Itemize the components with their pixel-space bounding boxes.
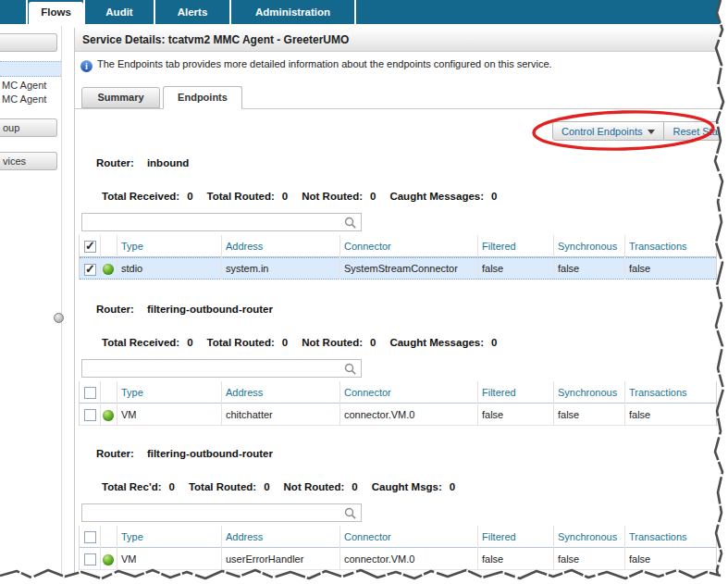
row-checkbox[interactable] (84, 409, 96, 421)
stat-value: 0 (264, 481, 269, 492)
stat-label: Total Routed: (207, 337, 275, 348)
sidebar-group-header[interactable] (0, 33, 57, 52)
sidebar-item-mmc-agent-1[interactable]: MC Agent (2, 80, 46, 91)
top-navbar: Flows Audit Alerts Administration (0, 0, 722, 24)
column-header-type[interactable]: Type (117, 526, 222, 548)
endpoint-search-box (81, 213, 362, 231)
column-header-transactions[interactable]: Transactions (625, 381, 716, 404)
sidebar-item-mmc-agent-2[interactable]: MC Agent (2, 93, 46, 105)
tab-endpoints[interactable]: Endpoints (163, 86, 242, 109)
endpoint-search-input[interactable] (82, 504, 349, 521)
column-header-address[interactable]: Address (222, 526, 340, 548)
tab-summary[interactable]: Summary (81, 87, 160, 108)
nav-tab-administration[interactable]: Administration (231, 0, 354, 24)
table-header-row: TypeAddressConnectorFilteredSynchronousT… (80, 381, 716, 404)
cell-type: VM (117, 404, 222, 426)
router-stats: Total Received:0Total Routed:0Not Routed… (102, 191, 511, 202)
column-header-connector[interactable]: Connector (340, 235, 478, 257)
stat-label: Caught Messages: (389, 191, 484, 202)
router-section: Router:filtering-outbound-router Total R… (74, 296, 722, 426)
status-column-header (101, 381, 117, 404)
table-header-row: TypeAddressConnectorFilteredSynchronousT… (80, 235, 716, 257)
router-stats: Total Received:0Total Routed:0Not Routed… (102, 337, 511, 348)
column-header-type[interactable]: Type (117, 381, 222, 404)
search-icon (344, 217, 357, 230)
nav-tab-flows[interactable]: Flows (29, 2, 83, 24)
cell-filtered: false (478, 257, 554, 280)
endpoint-search-input[interactable] (82, 214, 349, 230)
nav-separator (154, 0, 155, 24)
nav-separator (354, 0, 356, 24)
router-section: Router:inbound Total Received:0Total Rou… (74, 150, 722, 280)
cell-address: chitchatter (222, 404, 340, 426)
column-header-type[interactable]: Type (117, 235, 222, 257)
nav-separator (83, 0, 85, 24)
stat-value: 0 (352, 481, 357, 492)
reset-stats-button[interactable]: Reset Stats (664, 121, 728, 141)
stat-label: Total Received: (102, 337, 179, 348)
info-icon (80, 60, 93, 72)
router-section: Router:filtering-outbound-router Total R… (74, 441, 722, 570)
stat-label: Total Received: (102, 191, 179, 202)
select-all-checkbox[interactable] (84, 387, 96, 399)
status-ok-icon (103, 554, 114, 565)
column-header-synchronous[interactable]: Synchronous (554, 526, 625, 548)
endpoint-search-box (81, 503, 362, 522)
chevron-down-icon (648, 130, 655, 134)
sidebar-group-header-services[interactable]: vices (0, 152, 57, 170)
select-all-cell (80, 235, 101, 257)
column-header-connector[interactable]: Connector (340, 381, 478, 404)
sidebar-item-selected[interactable] (0, 61, 61, 77)
select-all-checkbox[interactable] (84, 531, 96, 543)
stat-value: 0 (282, 191, 288, 202)
column-header-filtered[interactable]: Filtered (478, 526, 554, 548)
info-text: The Endpoints tab provides more detailed… (97, 58, 552, 69)
endpoint-search-input[interactable] (82, 360, 349, 377)
row-select-cell (80, 257, 101, 280)
sidebar-divider (61, 26, 62, 574)
row-checkbox[interactable] (84, 264, 96, 276)
column-header-filtered[interactable]: Filtered (478, 235, 554, 257)
sidebar-group-header-group[interactable]: oup (0, 118, 57, 137)
row-status-cell (101, 548, 117, 570)
stat-value: 0 (187, 191, 192, 202)
row-checkbox[interactable] (84, 553, 96, 565)
column-header-address[interactable]: Address (222, 381, 340, 404)
column-header-filtered[interactable]: Filtered (478, 381, 554, 404)
sidebar-collapse-handle[interactable] (54, 313, 64, 323)
column-header-transactions[interactable]: Transactions (625, 235, 716, 257)
stat-label: Caught Msgs: (372, 481, 442, 492)
column-header-address[interactable]: Address (222, 235, 340, 257)
stat-label: Not Routed: (302, 337, 363, 348)
router-name: filtering-outbound-router (147, 448, 273, 459)
nav-tab-alerts[interactable]: Alerts (155, 0, 229, 24)
stat-value: 0 (169, 481, 175, 492)
cell-connector: connector.VM.0 (340, 404, 478, 426)
endpoints-table: TypeAddressConnectorFilteredSynchronousT… (79, 526, 717, 570)
router-name: filtering-outbound-router (147, 304, 273, 315)
stat-value: 0 (370, 191, 376, 202)
cell-filtered: false (478, 548, 554, 570)
row-select-cell (80, 548, 101, 570)
endpoint-row[interactable]: VMchitchatterconnector.VM.0falsefalsefal… (80, 404, 716, 426)
column-header-transactions[interactable]: Transactions (625, 526, 716, 548)
stat-value: 0 (370, 337, 376, 348)
cell-type: VM (117, 548, 222, 570)
stat-label: Total Routed: (189, 481, 256, 492)
column-header-synchronous[interactable]: Synchronous (554, 235, 625, 257)
stat-label: Caught Messages: (389, 337, 484, 348)
stat-label: Total Routed: (207, 191, 275, 202)
endpoint-row[interactable]: VMuserErrorHandlerconnector.VM.0falsefal… (80, 548, 716, 570)
nav-tab-audit[interactable]: Audit (85, 0, 154, 24)
column-header-synchronous[interactable]: Synchronous (554, 381, 625, 404)
stat-value: 0 (491, 191, 497, 202)
endpoints-table: TypeAddressConnectorFilteredSynchronousT… (79, 381, 717, 426)
cell-transactions: false (625, 548, 716, 570)
page-title: Service Details: tcatvm2 MMC Agent - Gre… (75, 28, 720, 52)
select-all-checkbox[interactable] (84, 241, 96, 253)
detail-tabstrip: Summary Endpoints (75, 84, 720, 109)
control-endpoints-button[interactable]: Control Endpoints (552, 121, 664, 141)
stat-value: 0 (282, 337, 288, 348)
column-header-connector[interactable]: Connector (340, 526, 478, 548)
endpoint-row[interactable]: stdiosystem.inSystemStreamConnectorfalse… (80, 257, 716, 280)
